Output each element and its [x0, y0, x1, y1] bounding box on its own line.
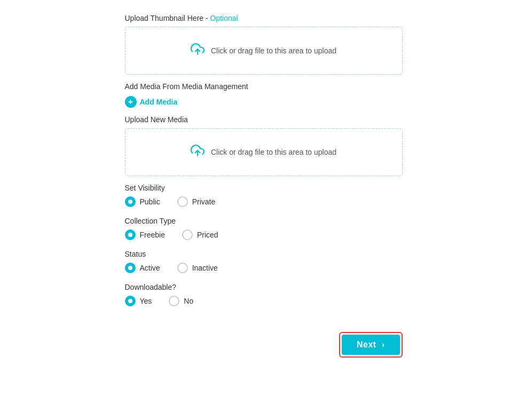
plus-icon: +	[125, 96, 137, 108]
status-section: Status Active Inactive	[125, 250, 403, 273]
radio-active-indicator	[125, 263, 136, 273]
new-media-upload-text: Click or drag file to this area to uploa…	[211, 148, 336, 156]
radio-freebie-indicator	[125, 229, 136, 240]
collection-freebie[interactable]: Freebie	[125, 229, 165, 240]
visibility-section: Set Visibility Public Private	[125, 184, 403, 207]
add-media-label: Add Media From Media Management	[125, 82, 403, 91]
downloadable-label: Downloadable?	[125, 283, 403, 291]
radio-yes-label: Yes	[140, 297, 152, 305]
radio-inactive-indicator	[177, 263, 188, 273]
collection-type-label: Collection Type	[125, 217, 403, 225]
radio-public-indicator	[125, 196, 136, 207]
add-media-button[interactable]: + Add Media	[125, 96, 178, 108]
status-label: Status	[125, 250, 403, 258]
radio-priced-label: Priced	[197, 231, 218, 239]
thumbnail-upload-area[interactable]: Click or drag file to this area to uploa…	[125, 27, 403, 75]
radio-private-indicator	[177, 196, 188, 207]
upload-icon	[191, 42, 204, 59]
radio-private-label: Private	[192, 197, 216, 206]
radio-inactive-label: Inactive	[192, 264, 218, 272]
status-radio-group: Active Inactive	[125, 263, 403, 273]
radio-yes-indicator	[125, 296, 136, 306]
radio-freebie-label: Freebie	[140, 231, 165, 239]
next-button-wrapper: Next ›	[125, 332, 403, 358]
new-media-upload-area[interactable]: Click or drag file to this area to uploa…	[125, 128, 403, 176]
thumbnail-upload-text: Click or drag file to this area to uploa…	[211, 46, 336, 55]
visibility-private[interactable]: Private	[177, 196, 216, 207]
upload-new-media-section: Upload New Media Click or drag file to t…	[125, 115, 403, 176]
page-container: Upload Thumbnail Here - Optional Click o…	[0, 9, 527, 379]
downloadable-radio-group: Yes No	[125, 296, 403, 306]
add-media-section: Add Media From Media Management + Add Me…	[125, 82, 403, 108]
downloadable-section: Downloadable? Yes No	[125, 283, 403, 306]
radio-public-label: Public	[140, 197, 160, 206]
visibility-public[interactable]: Public	[125, 196, 160, 207]
thumbnail-section: Upload Thumbnail Here - Optional Click o…	[125, 14, 403, 75]
status-inactive[interactable]: Inactive	[177, 263, 218, 273]
radio-active-label: Active	[140, 264, 160, 272]
visibility-label: Set Visibility	[125, 184, 403, 192]
collection-type-radio-group: Freebie Priced	[125, 229, 403, 240]
radio-priced-indicator	[182, 229, 193, 240]
radio-no-label: No	[184, 297, 193, 305]
chevron-right-icon: ›	[382, 340, 385, 350]
upload-icon-2	[191, 144, 204, 161]
thumbnail-label: Upload Thumbnail Here - Optional	[125, 14, 403, 22]
next-button-outer-border: Next ›	[339, 332, 403, 358]
radio-no-indicator	[169, 296, 179, 306]
visibility-radio-group: Public Private	[125, 196, 403, 207]
upload-new-media-label: Upload New Media	[125, 115, 403, 124]
next-button[interactable]: Next ›	[342, 335, 400, 355]
collection-type-section: Collection Type Freebie Priced	[125, 217, 403, 240]
collection-priced[interactable]: Priced	[182, 229, 218, 240]
status-active[interactable]: Active	[125, 263, 160, 273]
downloadable-no[interactable]: No	[169, 296, 193, 306]
downloadable-yes[interactable]: Yes	[125, 296, 152, 306]
